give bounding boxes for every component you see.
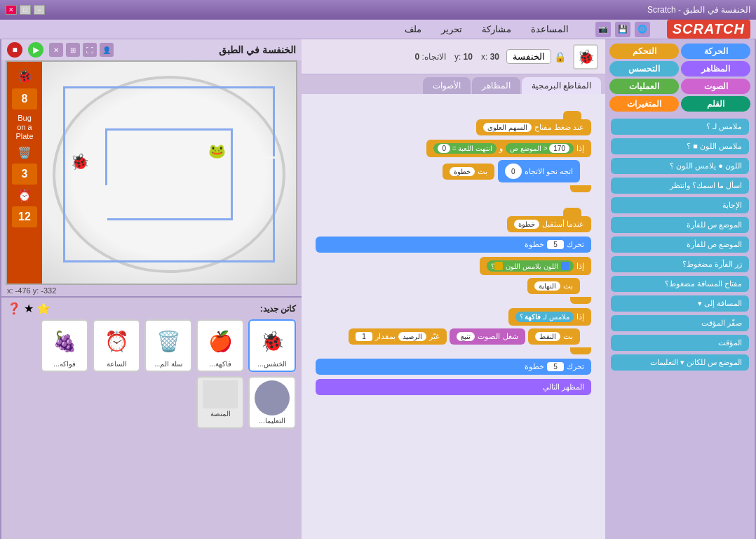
stage-icons: 👤 ⛶ ⊞ ✕ bbox=[49, 43, 114, 57]
stage-person-icon[interactable]: 👤 bbox=[100, 43, 114, 57]
question-icon[interactable]: ❓ bbox=[7, 302, 21, 315]
sprite-thumb-basket[interactable]: 🗑️ سلة الم... bbox=[144, 319, 192, 372]
if-then-1[interactable]: إذا 170 < الموضع ص و انتهت اللعبة = 0 bbox=[426, 140, 591, 157]
tab-sounds[interactable]: الأصوات bbox=[423, 77, 471, 94]
cat-operators[interactable]: العمليات bbox=[609, 79, 679, 94]
sprite-thumb-tutorial[interactable]: التعليما... bbox=[248, 376, 296, 429]
if-touching-fruit-block[interactable]: إذا ملامس لـ فاكهة ؟ bbox=[508, 308, 591, 326]
menu-help[interactable]: المساعدة bbox=[527, 22, 573, 36]
photo-icon[interactable]: 📷 bbox=[595, 22, 611, 37]
cat-motion[interactable]: الحركة bbox=[681, 44, 750, 59]
green-flag-button[interactable]: ▶ bbox=[28, 42, 43, 58]
y-coord: y: 10 bbox=[454, 52, 473, 62]
blocks-list: ملامس لـ ؟ ملامس اللون ■ ؟ اللون ● يلامس… bbox=[605, 116, 755, 539]
stage-canvas[interactable]: 🐞 8 Bugon aPlate 🗑️ 3 ⏰ 12 bbox=[6, 60, 297, 285]
sprite-name[interactable]: الخنفسة bbox=[506, 49, 551, 64]
if-color-block[interactable]: إذا اللون يلامس اللون ؟ بث النهاية bbox=[316, 255, 591, 305]
block-key-pressed[interactable]: مفتاح المسافة مضغوط؟ bbox=[611, 276, 749, 292]
score-12: 12 bbox=[12, 206, 37, 227]
stage-settings-icon[interactable]: ✕ bbox=[49, 43, 63, 57]
maze-area: 🐞 🐸 bbox=[49, 72, 289, 277]
stage-grid-icon[interactable]: ⊞ bbox=[66, 43, 80, 57]
minimize-button[interactable]: − bbox=[34, 5, 45, 15]
cat-pen[interactable]: القلم bbox=[681, 96, 750, 112]
move-5-steps-2[interactable]: تحرك 5 خطوة bbox=[316, 359, 591, 375]
score-8: 8 bbox=[12, 88, 37, 109]
block-ask-wait[interactable]: اسأل ما اسمك؟ وانتظر bbox=[611, 178, 749, 194]
title-bar-controls: − □ ✕ bbox=[6, 5, 45, 15]
basket-thumb-name: سلة الم... bbox=[149, 360, 188, 368]
tab-costumes[interactable]: المظاهر bbox=[472, 77, 520, 94]
block-touching[interactable]: ملامس لـ ؟ bbox=[611, 119, 749, 135]
block-reset-timer[interactable]: صفّر المؤقت bbox=[611, 315, 749, 331]
change-score[interactable]: غيّر الرصيد بمقدار 1 bbox=[349, 328, 447, 345]
sprite-thumb-bug[interactable]: 🐞 الخنفس... bbox=[248, 319, 296, 372]
clock-thumb-name: الساعة bbox=[97, 360, 136, 368]
menu-items: المساعدة مشاركة تحرير ملف bbox=[6, 22, 584, 36]
globe-icon[interactable]: 🌐 bbox=[635, 22, 650, 37]
block-sprite-position[interactable]: الموضع س للكاتن ▾ التعليمات bbox=[611, 354, 749, 371]
when-receive-block[interactable]: عندما أستقبل خطوة bbox=[316, 215, 591, 234]
sprite-tray: كاتن جديد: ⭐ ★ ❓ 🐞 الخنفس... 🍎 فاكهة... … bbox=[1, 296, 302, 539]
move-5-steps-1[interactable]: تحرك 5 خطوة bbox=[316, 237, 591, 253]
stage-thumb[interactable]: المنصة bbox=[196, 376, 244, 429]
fruits-thumb-name: فواكه... bbox=[45, 360, 84, 368]
bug-sprite: 🐞 bbox=[70, 153, 89, 171]
next-costume[interactable]: المظهر التالي bbox=[316, 379, 591, 395]
cat-control[interactable]: التحكم bbox=[609, 44, 679, 59]
separator-1 bbox=[316, 195, 591, 204]
block-distance-to[interactable]: المسافة إلى ▾ bbox=[611, 295, 749, 312]
block-mouse-y[interactable]: الموضع ص للفأرة bbox=[611, 237, 749, 253]
broadcast-end[interactable]: بث النهاية bbox=[527, 278, 580, 294]
star-outline[interactable]: ★ bbox=[24, 302, 34, 315]
point-toward[interactable]: اتجه نحو الاتجاه 0 bbox=[498, 160, 580, 182]
if-touching-fruit[interactable]: إذا ملامس لـ فاكهة ؟ بث النقط شغل الصوت … bbox=[316, 307, 591, 356]
stage-thumb-label: المنصة bbox=[201, 410, 240, 418]
clock-thumb-img: ⏰ bbox=[99, 324, 134, 359]
play-sound[interactable]: شغل الصوت تنبع bbox=[450, 328, 525, 345]
cat-sensing[interactable]: التحسس bbox=[609, 61, 679, 76]
close-button[interactable]: ✕ bbox=[6, 5, 17, 15]
hat-when-key[interactable]: عند ضغط مفتاح السهم العلوي bbox=[476, 119, 591, 135]
menu-bar: SCRATCH 🌐 💾 📷 المساعدة مشاركة تحرير ملف bbox=[0, 20, 756, 39]
block-answer[interactable]: الإجابة bbox=[611, 197, 749, 213]
star-yellow[interactable]: ⭐ bbox=[36, 302, 50, 315]
sprite-thumb-fruits[interactable]: 🍇 فواكه... bbox=[41, 319, 88, 372]
main-container: الحركة التحكم المظاهر التحسس الصوت العمل… bbox=[0, 39, 756, 539]
maze-gap-bottom bbox=[105, 185, 107, 220]
maximize-button[interactable]: □ bbox=[20, 5, 31, 15]
block-color-touching-color[interactable]: اللون ● يلامس اللون ؟ bbox=[611, 158, 749, 174]
stage-coords: x: -476 y: -332 bbox=[1, 285, 302, 296]
title-bar-text: الخنفسة في الطبق - Scratch bbox=[647, 5, 750, 15]
block-touching-color[interactable]: ملامس اللون ■ ؟ bbox=[611, 138, 749, 154]
when-key-block[interactable]: عند ضغط مفتاح السهم العلوي bbox=[316, 118, 591, 137]
block-timer[interactable]: المؤقت bbox=[611, 335, 749, 351]
cat-looks[interactable]: المظاهر bbox=[681, 61, 750, 76]
cat-sound[interactable]: الصوت bbox=[681, 79, 750, 94]
sprite-tray-header: كاتن جديد: ⭐ ★ ❓ bbox=[4, 300, 299, 317]
hat-when-receive[interactable]: عندما أستقبل خطوة bbox=[507, 216, 591, 232]
tab-scripts[interactable]: المقاطع البرمجية bbox=[522, 77, 601, 94]
broadcast-step[interactable]: بث خطوة bbox=[443, 164, 494, 180]
broadcast-points[interactable]: بث النقط bbox=[528, 328, 580, 345]
save-icon[interactable]: 💾 bbox=[615, 22, 630, 37]
block-mouse-down[interactable]: زر الفأرة مضغوط؟ bbox=[611, 256, 749, 272]
sprite-thumb-fruit[interactable]: 🍎 فاكهة... bbox=[196, 319, 244, 372]
menu-edit[interactable]: تحرير bbox=[437, 22, 466, 36]
menu-share[interactable]: مشاركة bbox=[478, 22, 515, 36]
if-block-1[interactable]: إذا 170 < الموضع ص و انتهت اللعبة = 0 ات… bbox=[316, 138, 591, 194]
sprite-header: 🐞 🔒 الخنفسة x: 30 y: 10 الاتجاه: 0 bbox=[302, 39, 605, 74]
sprite-thumb-clock[interactable]: ⏰ الساعة bbox=[93, 319, 140, 372]
star-icons: ⭐ ★ ❓ bbox=[7, 302, 50, 315]
stop-button[interactable]: ■ bbox=[7, 42, 22, 58]
cat-variables[interactable]: المتغيرات bbox=[609, 96, 679, 112]
scripts-area[interactable]: عند ضغط مفتاح السهم العلوي إذا 170 < الم… bbox=[302, 94, 605, 539]
sidebar-bug-icon: 🐞 bbox=[16, 67, 34, 84]
right-panel: الخنفسة في الطبق 👤 ⛶ ⊞ ✕ ▶ ■ 🐞 8 Bugon a… bbox=[0, 39, 302, 539]
stage-fullscreen-icon[interactable]: ⛶ bbox=[83, 43, 97, 57]
block-mouse-x[interactable]: الموضع س للفأرة bbox=[611, 217, 749, 233]
menu-icons: 🌐 💾 📷 bbox=[595, 22, 650, 37]
menu-file[interactable]: ملف bbox=[400, 22, 426, 36]
fruit-thumb-name: فاكهة... bbox=[201, 360, 240, 368]
if-color-touching[interactable]: إذا اللون يلامس اللون ؟ bbox=[480, 257, 591, 275]
